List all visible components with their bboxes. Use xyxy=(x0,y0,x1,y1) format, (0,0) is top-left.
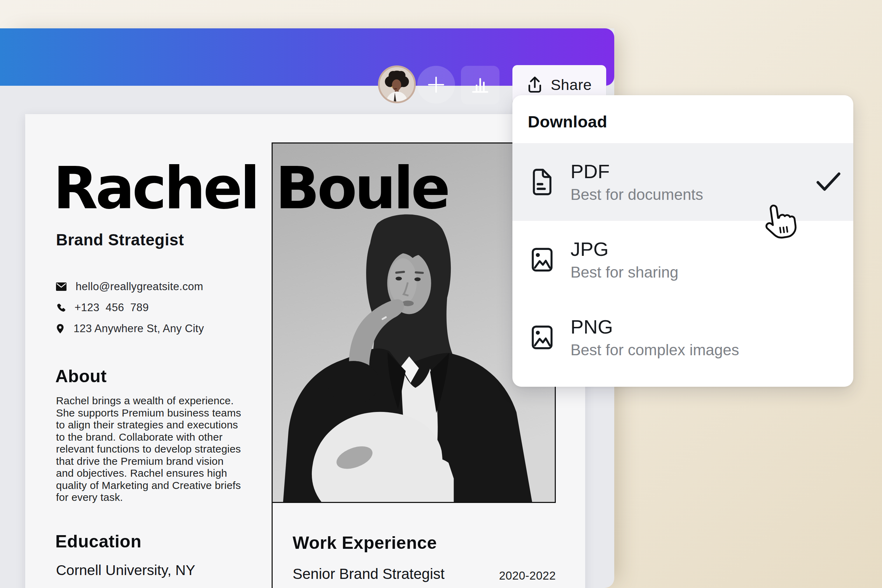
phone-icon xyxy=(56,303,66,312)
work-role[interactable]: Senior Brand Strategist xyxy=(292,566,444,582)
download-menu-title: Download xyxy=(528,112,607,131)
contact-block[interactable]: hello@reallygreatsite.com +123 456 789 1… xyxy=(56,280,204,343)
plus-icon xyxy=(427,75,446,94)
work-experience-heading[interactable]: Work Experience xyxy=(292,533,437,553)
contact-email: hello@reallygreatsite.com xyxy=(76,280,203,293)
menu-option-png[interactable]: PNG Best for complex images xyxy=(512,298,853,376)
format-description: Best for complex images xyxy=(570,341,739,359)
contact-phone: +123 456 789 xyxy=(75,302,149,314)
toolbar: Share xyxy=(0,28,614,86)
column-divider xyxy=(272,503,273,588)
add-design-button[interactable] xyxy=(417,66,455,104)
menu-option-text: JPG Best for sharing xyxy=(570,238,678,281)
resume-name[interactable]: Rachel Boule xyxy=(53,159,448,218)
format-label: PDF xyxy=(570,160,703,182)
screen: Rachel Boule Brand Strategist hello@real… xyxy=(0,0,882,588)
image-icon xyxy=(531,248,553,272)
contact-address-row[interactable]: 123 Anywhere St, Any City xyxy=(56,322,204,335)
format-label: PNG xyxy=(570,316,739,338)
menu-option-text: PDF Best for documents xyxy=(570,160,703,203)
contact-email-row[interactable]: hello@reallygreatsite.com xyxy=(56,280,204,293)
work-dates[interactable]: 2020-2022 xyxy=(497,569,556,582)
about-text[interactable]: Rachel brings a wealth of experience. Sh… xyxy=(56,395,266,504)
upload-icon xyxy=(527,76,543,93)
format-description: Best for documents xyxy=(570,186,703,204)
check-icon xyxy=(816,172,841,192)
education-heading[interactable]: Education xyxy=(55,531,141,552)
menu-option-text: PNG Best for complex images xyxy=(570,316,739,359)
contact-phone-row[interactable]: +123 456 789 xyxy=(56,301,204,314)
bar-chart-icon xyxy=(470,75,490,95)
menu-option-jpg[interactable]: JPG Best for sharing xyxy=(512,221,853,298)
resume-job-title[interactable]: Brand Strategist xyxy=(56,230,184,249)
user-avatar[interactable] xyxy=(378,66,416,103)
education-school[interactable]: Cornell University, NY xyxy=(56,562,195,579)
format-description: Best for sharing xyxy=(570,264,678,281)
download-menu: Download PDF Best for documents xyxy=(512,95,853,387)
image-icon xyxy=(531,326,553,349)
email-icon xyxy=(56,282,66,291)
about-heading[interactable]: About xyxy=(55,366,107,386)
insights-button[interactable] xyxy=(461,66,500,104)
contact-address: 123 Anywhere St, Any City xyxy=(74,322,204,335)
menu-option-pdf[interactable]: PDF Best for documents xyxy=(512,143,853,221)
location-icon xyxy=(56,324,64,334)
format-label: JPG xyxy=(570,238,678,260)
document-icon xyxy=(531,169,553,195)
share-button-label: Share xyxy=(550,76,591,93)
